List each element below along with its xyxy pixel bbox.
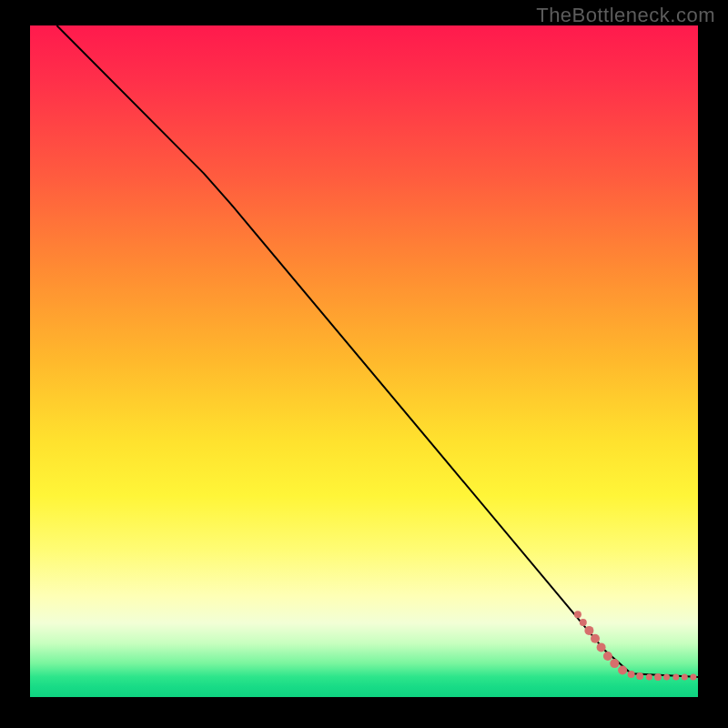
svg-point-8: [628, 671, 635, 678]
plot-area: [30, 25, 698, 697]
svg-point-14: [682, 673, 688, 680]
curve-line: [56, 25, 698, 677]
svg-point-15: [690, 673, 696, 680]
svg-point-13: [672, 673, 679, 680]
svg-point-1: [580, 619, 587, 626]
data-dots: [574, 611, 697, 681]
watermark-text: TheBottleneck.com: [536, 4, 715, 27]
svg-point-9: [636, 672, 643, 680]
svg-point-10: [646, 673, 652, 680]
svg-point-12: [663, 673, 670, 680]
chart-stage: TheBottleneck.com: [0, 0, 728, 728]
svg-point-6: [610, 659, 619, 668]
svg-point-0: [574, 611, 581, 618]
svg-point-11: [654, 673, 662, 681]
svg-point-2: [584, 626, 593, 635]
svg-point-7: [618, 666, 627, 675]
svg-point-4: [597, 642, 606, 652]
svg-point-5: [603, 652, 612, 661]
svg-point-3: [591, 634, 600, 643]
chart-overlay: [30, 25, 698, 697]
